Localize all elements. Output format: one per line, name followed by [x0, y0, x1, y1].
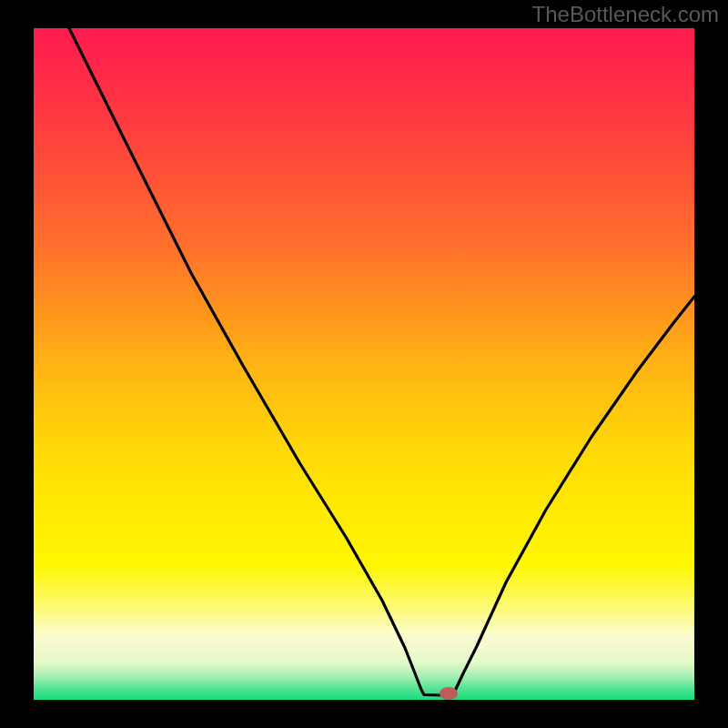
optimal-point-marker — [440, 687, 458, 700]
attribution-label: TheBottleneck.com — [532, 2, 719, 27]
chart-container: TheBottleneck.com — [0, 0, 728, 728]
bottleneck-chart — [0, 0, 728, 728]
plot-background — [34, 28, 694, 700]
